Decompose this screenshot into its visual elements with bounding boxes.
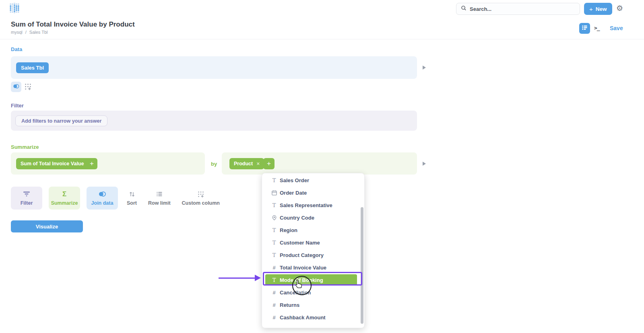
by-label: by [211, 161, 217, 167]
grid-plus-icon [198, 191, 204, 198]
annotation-arrow-head [255, 275, 261, 281]
action-summarize-button[interactable]: ΣSummarize [49, 187, 80, 210]
text-field-icon: T [271, 240, 277, 246]
join-icon [98, 191, 106, 198]
plus-icon: + [589, 6, 593, 12]
field-picker-item-label: Total Invoice Value [280, 265, 326, 271]
action-label: Sort [127, 200, 137, 206]
field-picker-dropdown: TSales OrderOrder DateTSales Representat… [262, 173, 365, 328]
field-picker-item-label: Returns [280, 302, 299, 308]
action-label: Row limit [148, 200, 171, 206]
field-picker-item-label: Country Code [280, 215, 314, 221]
list-icon [156, 191, 163, 198]
field-picker-item-label: Cashback Amount [280, 314, 326, 321]
field-picker-item-label: Cancellation [280, 290, 311, 296]
annotation-arrow-line [219, 278, 256, 279]
action-row-limit-button[interactable]: Row limit [146, 187, 173, 210]
join-step-button[interactable] [11, 82, 21, 92]
search-input[interactable] [470, 6, 566, 12]
summarize-preview-arrow-icon[interactable] [423, 162, 426, 166]
text-field-icon: T [271, 177, 277, 183]
action-sort-button[interactable]: Sort [124, 187, 139, 210]
text-field-icon: T [271, 202, 277, 208]
number-field-icon: # [271, 302, 277, 308]
save-button[interactable]: Save [610, 25, 623, 31]
text-field-icon: T [271, 227, 277, 233]
sort-arrows-icon [129, 191, 135, 198]
field-picker-item[interactable]: TSales Order [262, 174, 364, 187]
notebook-view-toggle-button[interactable] [579, 23, 590, 34]
number-field-icon: # [271, 290, 277, 296]
header-divider [0, 39, 644, 39]
field-picker-item-label: Customer Name [280, 240, 320, 246]
action-bar: FilterΣSummarizeJoin dataSortRow limitCu… [11, 187, 222, 210]
join-icon [13, 83, 19, 90]
settings-gear-icon[interactable]: ⚙ [616, 4, 623, 13]
add-aggregation-button[interactable]: + [86, 158, 97, 169]
action-custom-column-button[interactable]: Custom column [180, 187, 222, 210]
action-filter-button[interactable]: Filter [11, 187, 42, 210]
calendar-field-icon [271, 190, 277, 196]
custom-column-step-button[interactable] [25, 83, 32, 90]
question-title: Sum of Total Invoice Value by Product [11, 21, 135, 29]
action-label: Custom column [182, 200, 220, 206]
breadcrumb-database[interactable]: mysql [11, 30, 23, 35]
sql-editor-icon[interactable]: >_ [594, 25, 600, 31]
breadcrumb: mysql / Sales Tbl [11, 30, 47, 35]
text-field-icon: T [271, 277, 277, 283]
search-icon [461, 5, 466, 12]
field-picker-item[interactable]: #Cancellation [262, 286, 364, 299]
new-button[interactable]: + New [584, 3, 612, 15]
data-preview-arrow-icon[interactable] [423, 66, 426, 70]
field-picker-item[interactable]: #Returns [262, 299, 364, 311]
breakout-pill[interactable]: Product × [229, 158, 264, 169]
field-picker-item[interactable]: Country Code [262, 212, 364, 224]
dropdown-scrollbar-thumb[interactable] [361, 207, 363, 324]
number-field-icon: # [271, 314, 277, 321]
field-picker-item[interactable]: #Cashback Amount [262, 311, 364, 324]
action-join-data-button[interactable]: Join data [87, 187, 118, 210]
field-picker-item[interactable]: TRegion [262, 224, 364, 236]
action-label: Summarize [51, 200, 78, 206]
action-label: Join data [91, 200, 114, 206]
field-picker-item-label: Sales Order [280, 177, 309, 183]
breakout-pill-label: Product [234, 161, 253, 166]
field-picker-item-label: Mode Of Booking [280, 277, 323, 283]
metabase-query-builder: + New ⚙ Sum of Total Invoice Value by Pr… [0, 0, 644, 333]
field-picker-item-label: Region [280, 227, 297, 233]
funnel-icon [23, 191, 30, 198]
sigma-icon: Σ [62, 191, 66, 198]
add-filters-button[interactable]: Add filters to narrow your answer [15, 115, 107, 126]
global-search[interactable] [456, 3, 580, 15]
data-table-pill[interactable]: Sales Tbl [16, 62, 49, 73]
field-picker-item-label: Product Category [280, 252, 324, 258]
grid-plus-icon [25, 84, 31, 91]
data-panel [11, 56, 417, 79]
notebook-icon [582, 25, 588, 32]
filter-section-label: Filter [11, 103, 24, 109]
add-breakout-button[interactable]: + [263, 158, 275, 169]
field-picker-item[interactable]: TCustomer Name [262, 236, 364, 249]
field-picker-item[interactable]: Order Date [262, 187, 364, 199]
remove-breakout-icon[interactable]: × [256, 160, 260, 167]
text-field-icon: T [271, 252, 277, 258]
aggregation-pill-label: Sum of Total Invoice Value [21, 161, 84, 166]
aggregation-pill[interactable]: Sum of Total Invoice Value × [16, 158, 95, 169]
field-picker-item[interactable]: #Total Invoice Value [262, 261, 364, 274]
summarize-section-label: Summarize [11, 144, 39, 150]
metabase-logo-icon[interactable] [9, 3, 20, 15]
field-picker-item-label: Sales Representative [280, 202, 332, 208]
field-picker-item[interactable]: TSales Representative [262, 199, 364, 212]
location-field-icon [271, 215, 277, 221]
field-picker-item-label: Order Date [280, 190, 307, 196]
new-button-label: New [596, 6, 607, 12]
data-section-label: Data [11, 46, 22, 52]
breadcrumb-table[interactable]: Sales Tbl [29, 30, 48, 35]
breadcrumb-separator: / [25, 30, 27, 35]
number-field-icon: # [271, 265, 277, 271]
visualize-button[interactable]: Visualize [11, 220, 83, 232]
field-picker-item[interactable]: TMode Of Booking [265, 274, 357, 286]
field-picker-item[interactable]: TProduct Category [262, 249, 364, 261]
action-label: Filter [21, 200, 33, 206]
